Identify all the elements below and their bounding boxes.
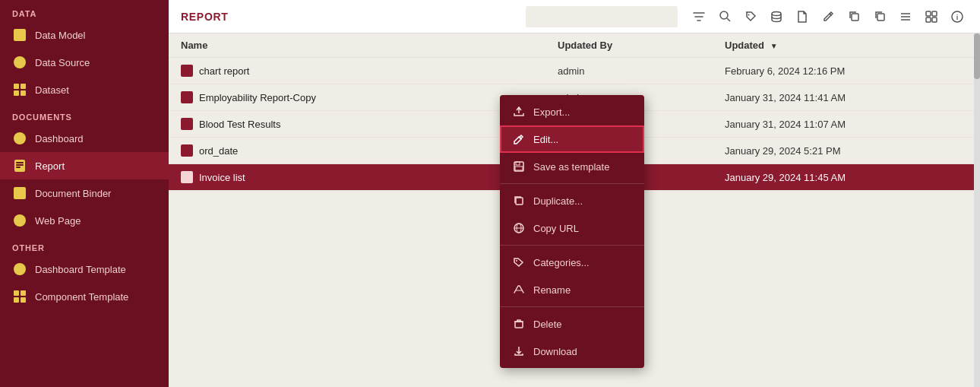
col-updated: Updated ▼: [725, 40, 968, 51]
row-icon: [181, 65, 193, 77]
list-icon[interactable]: [895, 6, 916, 27]
svg-rect-5: [21, 90, 26, 96]
ctx-divider-1: [500, 183, 644, 184]
sidebar-item-report[interactable]: Report: [0, 152, 169, 179]
main-content: REPORT: [169, 0, 980, 387]
ctx-duplicate[interactable]: Duplicate...: [500, 187, 644, 214]
svg-point-12: [14, 214, 26, 227]
tag-icon[interactable]: [740, 6, 761, 27]
sidebar-item-label: Component Template: [35, 291, 128, 303]
svg-rect-10: [16, 167, 21, 168]
ctx-edit[interactable]: Edit...: [500, 125, 644, 153]
cell-name: chart report: [181, 65, 558, 77]
cell-date: January 29, 2024 11:45 AM: [725, 172, 968, 183]
svg-line-19: [727, 18, 730, 21]
section-label-other: OTHER: [0, 234, 169, 255]
svg-point-6: [14, 132, 26, 144]
col-updated-by: Updated By: [558, 40, 725, 51]
sidebar-item-component-template[interactable]: Component Template: [0, 283, 169, 310]
svg-point-21: [772, 11, 781, 15]
topbar: REPORT: [169, 0, 980, 33]
svg-rect-0: [14, 29, 26, 41]
sidebar-item-dashboard[interactable]: Dashboard: [0, 125, 169, 152]
cell-date: January 31, 2024 11:07 AM: [725, 119, 968, 130]
svg-rect-42: [515, 322, 523, 328]
search-icon[interactable]: [714, 6, 735, 27]
context-menu: Export... Edit... Save as template Dupli…: [500, 95, 644, 368]
ctx-export[interactable]: Export...: [500, 98, 644, 125]
dashboard-icon: [12, 131, 27, 146]
rename-icon: [512, 283, 526, 297]
export-icon: [512, 105, 526, 119]
copy2-icon[interactable]: [869, 6, 890, 27]
scrollbar-track[interactable]: [974, 33, 980, 387]
ctx-download[interactable]: Download: [500, 338, 644, 365]
sidebar-item-label: Data Source: [35, 57, 90, 68]
ctx-categories[interactable]: Categories...: [500, 249, 644, 276]
document-binder-icon: [12, 186, 27, 201]
sidebar: DATA Data Model Data Source Dataset DOCU…: [0, 0, 169, 387]
col-name: Name: [181, 40, 558, 51]
ctx-delete[interactable]: Delete: [500, 310, 644, 338]
ctx-rename[interactable]: Rename: [500, 276, 644, 303]
row-icon: [181, 144, 193, 157]
svg-rect-22: [852, 14, 858, 21]
filter-icon[interactable]: [688, 6, 710, 27]
database-icon[interactable]: [766, 6, 787, 27]
svg-rect-14: [14, 290, 19, 296]
ctx-duplicate-label: Duplicate...: [533, 195, 583, 207]
svg-rect-4: [14, 90, 19, 96]
svg-rect-23: [877, 14, 884, 21]
file-icon[interactable]: [792, 6, 813, 27]
sidebar-item-data-model[interactable]: Data Model: [0, 21, 169, 49]
sidebar-item-data-source[interactable]: Data Source: [0, 49, 169, 76]
sidebar-item-document-binder[interactable]: Document Binder: [0, 179, 169, 207]
section-label-data: DATA: [0, 0, 169, 21]
svg-rect-8: [16, 162, 24, 163]
sidebar-item-label: Dashboard Template: [35, 264, 126, 275]
svg-rect-15: [21, 290, 26, 296]
save-template-icon: [512, 160, 526, 173]
table-row[interactable]: chart report admin February 6, 2024 12:1…: [169, 58, 980, 84]
page-title: REPORT: [181, 11, 229, 23]
cell-user: admin: [558, 65, 725, 77]
sidebar-item-label: Report: [35, 160, 65, 172]
svg-rect-3: [21, 84, 26, 89]
sidebar-item-label: Data Model: [35, 30, 85, 41]
scrollbar-thumb[interactable]: [974, 33, 980, 79]
copy-icon[interactable]: [843, 6, 865, 27]
svg-point-18: [720, 11, 728, 19]
sidebar-item-dashboard-template[interactable]: Dashboard Template: [0, 255, 169, 283]
sidebar-item-label: Dataset: [35, 84, 69, 96]
dashboard-template-icon: [12, 262, 27, 277]
svg-point-1: [14, 56, 26, 68]
ctx-save-template[interactable]: Save as template: [500, 153, 644, 180]
svg-text:i: i: [956, 14, 959, 21]
edit-icon[interactable]: [817, 6, 839, 27]
grid-icon[interactable]: [921, 6, 942, 27]
dataset-icon: [12, 82, 27, 97]
ctx-rename-label: Rename: [533, 284, 571, 296]
ctx-download-label: Download: [533, 346, 577, 357]
svg-rect-2: [14, 84, 19, 89]
sidebar-item-web-page[interactable]: Web Page: [0, 207, 169, 234]
cell-date: January 31, 2024 11:41 AM: [725, 92, 968, 103]
svg-rect-11: [14, 187, 26, 199]
svg-rect-27: [926, 11, 931, 16]
ctx-divider-3: [500, 306, 644, 307]
cell-date: February 6, 2024 12:16 PM: [725, 65, 968, 77]
sidebar-item-label: Web Page: [35, 215, 81, 227]
svg-point-13: [14, 263, 26, 275]
ctx-categories-label: Categories...: [533, 257, 590, 268]
svg-rect-30: [932, 17, 937, 22]
svg-rect-17: [21, 297, 26, 303]
sidebar-item-dataset[interactable]: Dataset: [0, 76, 169, 103]
svg-point-40: [516, 260, 517, 262]
info-icon[interactable]: i: [947, 6, 968, 27]
ctx-copy-url[interactable]: Copy URL: [500, 214, 644, 242]
svg-rect-16: [14, 297, 19, 303]
data-model-icon: [12, 27, 27, 43]
svg-rect-9: [16, 164, 24, 166]
sidebar-item-label: Document Binder: [35, 188, 111, 199]
svg-rect-35: [515, 167, 523, 170]
